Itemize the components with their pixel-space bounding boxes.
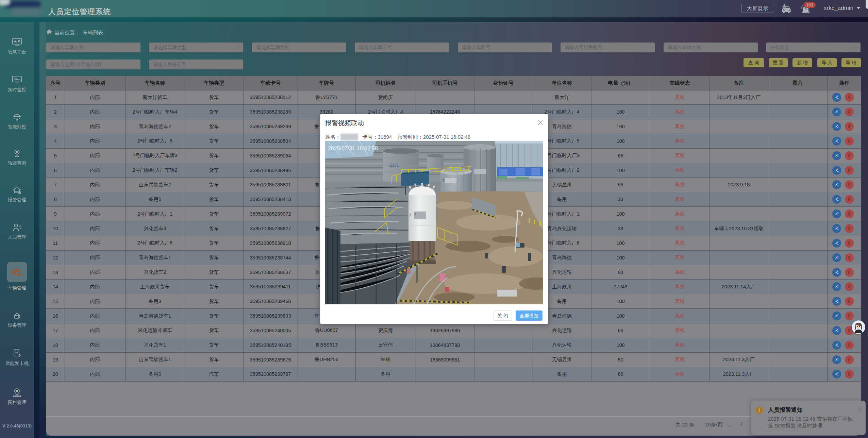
svg-text:2025/07/31 16:02:58: 2025/07/31 16:02:58	[328, 146, 378, 151]
svg-text:-2101: -2101	[388, 163, 399, 168]
svg-text:L-2: L-2	[410, 213, 416, 217]
svg-text:T: T	[442, 179, 445, 183]
